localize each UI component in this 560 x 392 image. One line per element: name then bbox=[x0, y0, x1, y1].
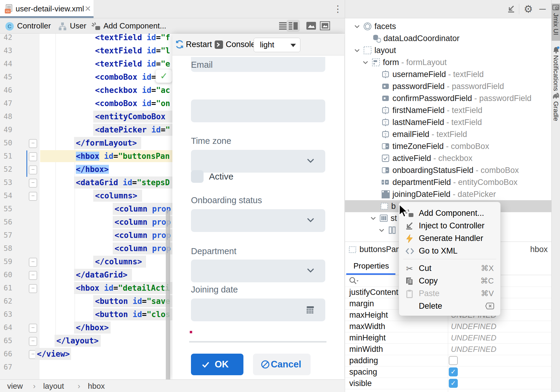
chevron-down-icon[interactable] bbox=[362, 61, 368, 64]
code-line[interactable]: <column prop bbox=[115, 242, 171, 255]
strip-button-gradle[interactable]: Gradle bbox=[552, 92, 560, 128]
menu-item-paste[interactable]: Paste⌘V bbox=[399, 287, 500, 300]
tree-item-usernameField[interactable]: TusernameField - textField bbox=[345, 68, 551, 80]
property-checkbox[interactable]: ✓ bbox=[449, 367, 458, 376]
menu-item-generate-handler[interactable]: Generate Handler bbox=[399, 232, 500, 245]
inspection-ok-widget[interactable]: ✓ bbox=[156, 70, 172, 83]
menu-item-inject-to-controller[interactable]: Inject to Controller bbox=[399, 219, 500, 232]
preview-image-icon[interactable] bbox=[305, 20, 318, 32]
restart-button[interactable]: Restart bbox=[186, 34, 212, 55]
tree-item-confirmPasswordField[interactable]: confirmPasswordField - passwordField bbox=[345, 92, 551, 104]
hide-panel-icon[interactable]: ─ bbox=[539, 4, 546, 14]
code-line[interactable]: <textField id="e bbox=[95, 57, 170, 70]
code-line[interactable]: <textField id="f bbox=[95, 34, 170, 44]
department-input[interactable] bbox=[191, 260, 325, 282]
code-line[interactable]: <entityComboBox bbox=[95, 110, 165, 123]
property-row-spacing[interactable]: spacing✓ bbox=[345, 366, 551, 378]
code-line[interactable]: <columns> bbox=[95, 189, 137, 202]
console-icon[interactable] bbox=[214, 40, 223, 49]
menu-item-copy[interactable]: Copy⌘C bbox=[399, 275, 500, 287]
breadcrumb-label: User bbox=[70, 21, 86, 30]
strip-button-jmix-ui[interactable]: Jmix UI bbox=[552, 4, 560, 41]
tree-item-lastNameField[interactable]: TlastNameField - textField bbox=[345, 116, 551, 128]
menu-item-add-component[interactable]: Add Component... bbox=[399, 207, 500, 219]
chevron-down-icon[interactable] bbox=[354, 49, 360, 52]
console-button[interactable]: Console bbox=[226, 34, 255, 55]
cut-icon: ✂ bbox=[405, 264, 414, 273]
status-breadcrumb-hbox[interactable]: hbox bbox=[88, 380, 105, 392]
code-line[interactable]: </hbox> bbox=[76, 163, 109, 176]
calendar-icon[interactable] bbox=[305, 304, 315, 314]
editor-scrollbar[interactable] bbox=[166, 210, 170, 387]
code-line[interactable]: </columns> bbox=[95, 255, 142, 268]
strip-button-notifications[interactable]: Notifications bbox=[552, 46, 560, 89]
chevron-down-icon[interactable] bbox=[354, 25, 360, 28]
code-line[interactable]: <textField id="l bbox=[95, 44, 170, 57]
tree-item-joiningDateField[interactable]: joiningDateField - datePicker bbox=[345, 188, 551, 200]
tree-item-layout[interactable]: layout bbox=[345, 44, 551, 56]
code-line[interactable]: <checkbox id="ac bbox=[95, 84, 170, 97]
property-row-minHeight[interactable]: minHeightUNDEFINED bbox=[345, 332, 551, 344]
status-breadcrumb-view[interactable]: view bbox=[7, 380, 23, 392]
gear-icon[interactable]: ⚙ bbox=[524, 3, 533, 15]
dock-icon[interactable] bbox=[507, 5, 515, 13]
code-line[interactable]: <column prop bbox=[115, 215, 171, 229]
joining-date-input[interactable] bbox=[191, 298, 325, 321]
code-line[interactable]: <button id="save bbox=[95, 295, 170, 308]
menu-item-go-to-xml[interactable]: Go to XML bbox=[399, 245, 500, 257]
code-line[interactable]: <hbox id="detailActi bbox=[76, 281, 170, 295]
code-line[interactable]: </view> bbox=[37, 347, 70, 361]
code-line[interactable]: <datePicker id=" bbox=[95, 123, 170, 136]
tab-user-detail-view[interactable]: <> user-detail-view.xml ✕ bbox=[0, 0, 94, 18]
tree-item-onboardingStatusField[interactable]: onboardingStatusField - comboBox bbox=[345, 164, 551, 176]
property-row-minWidth[interactable]: minWidthUNDEFINED bbox=[345, 343, 551, 355]
chevron-down-icon[interactable] bbox=[370, 216, 376, 220]
property-row-padding[interactable]: padding bbox=[345, 355, 551, 367]
property-row-visible[interactable]: visible✓ bbox=[345, 378, 551, 389]
property-checkbox[interactable]: ✓ bbox=[449, 379, 458, 388]
email-input[interactable] bbox=[191, 99, 325, 122]
restart-icon[interactable] bbox=[175, 40, 184, 49]
tree-item-dataLoadCoordinator[interactable]: dataLoadCoordinator bbox=[345, 32, 551, 44]
time-zone-input[interactable] bbox=[191, 150, 325, 173]
code-line[interactable]: </formLayout> bbox=[76, 136, 137, 150]
code-area[interactable]: <textField id="f<textField id="l<textFie… bbox=[0, 34, 172, 379]
property-checkbox[interactable] bbox=[449, 356, 458, 365]
code-line[interactable]: <hbox id="buttonsPan bbox=[76, 150, 170, 163]
menu-item-delete[interactable]: Delete bbox=[399, 300, 500, 312]
breadcrumb-item-user[interactable]: User bbox=[58, 18, 86, 33]
tree-item-departmentField[interactable]: departmentField - entityComboBox bbox=[345, 176, 551, 188]
close-tab-icon[interactable]: ✕ bbox=[83, 4, 93, 14]
code-line[interactable]: </layout> bbox=[56, 334, 99, 347]
tree-item-form[interactable]: form - formLayout bbox=[345, 56, 551, 68]
menu-item-cut[interactable]: ✂Cut⌘X bbox=[399, 262, 500, 275]
onboarding-status-input[interactable] bbox=[191, 209, 325, 232]
tree-item-passwordField[interactable]: passwordField - passwordField bbox=[345, 80, 551, 92]
code-line[interactable]: <column prop bbox=[115, 229, 171, 242]
code-line[interactable]: <column prop bbox=[115, 202, 171, 215]
cancel-button[interactable]: Cancel bbox=[253, 354, 311, 375]
tree-item-timeZoneField[interactable]: timeZoneField - comboBox bbox=[345, 140, 551, 152]
code-line[interactable]: <dataGrid id="stepsD bbox=[76, 176, 170, 189]
status-breadcrumb-layout[interactable]: layout bbox=[43, 380, 64, 392]
tree-item-activeField[interactable]: activeField - checkbox bbox=[345, 152, 551, 164]
tree-item-emailField[interactable]: TemailField - textField bbox=[345, 128, 551, 140]
property-row-maxWidth[interactable]: maxWidthUNDEFINED bbox=[345, 321, 551, 332]
split-view-icon[interactable] bbox=[287, 20, 300, 32]
theme-select[interactable]: light bbox=[254, 38, 300, 52]
cancel-label: Cancel bbox=[271, 359, 301, 370]
code-line[interactable]: <comboBox id="on bbox=[95, 97, 170, 110]
breadcrumb-item-add-component[interactable]: Add Component... bbox=[92, 18, 166, 33]
chevron-down-icon[interactable] bbox=[379, 228, 385, 232]
code-line[interactable]: <button id="clos bbox=[95, 308, 170, 321]
code-line[interactable]: </hbox> bbox=[76, 321, 109, 334]
preview-framed-icon[interactable] bbox=[318, 20, 332, 32]
kebab-menu-icon[interactable]: ⋮ bbox=[333, 3, 342, 15]
tree-item-firstNameField[interactable]: TfirstNameField - textField bbox=[345, 104, 551, 116]
code-line[interactable]: </dataGrid> bbox=[76, 268, 127, 281]
tree-item-facets[interactable]: facets bbox=[345, 20, 551, 32]
ok-button[interactable]: OK bbox=[191, 354, 243, 375]
tab-properties[interactable]: Properties bbox=[353, 257, 389, 275]
active-checkbox[interactable] bbox=[191, 170, 204, 183]
search-icon[interactable] bbox=[349, 276, 359, 285]
